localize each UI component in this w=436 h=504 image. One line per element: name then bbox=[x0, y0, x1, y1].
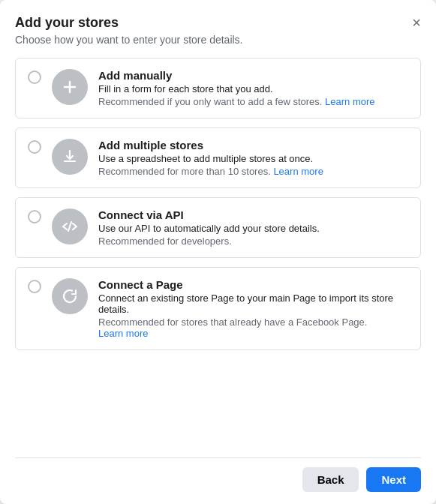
learn-more-multiple[interactable]: Learn more bbox=[273, 166, 323, 177]
option-add-multiple[interactable]: Add multiple stores Use a spreadsheet to… bbox=[15, 128, 421, 188]
option-add-manually[interactable]: Add manually Fill in a form for each sto… bbox=[15, 58, 421, 118]
modal-subtitle: Choose how you want to enter your store … bbox=[15, 34, 421, 46]
radio-col-page bbox=[28, 278, 41, 296]
close-button[interactable]: × bbox=[412, 15, 421, 30]
option-page[interactable]: Connect a Page Connect an existing store… bbox=[15, 267, 421, 350]
option-note-multiple: Recommended for more than 10 stores. Lea… bbox=[98, 166, 408, 177]
option-desc-page: Connect an existing store Page to your m… bbox=[98, 292, 408, 315]
option-icon-api bbox=[52, 208, 88, 244]
radio-api[interactable] bbox=[28, 210, 41, 224]
back-button[interactable]: Back bbox=[302, 467, 359, 492]
radio-page[interactable] bbox=[28, 280, 41, 293]
option-title-page: Connect a Page bbox=[98, 278, 408, 291]
option-content-page: Connect a Page Connect an existing store… bbox=[98, 278, 408, 339]
option-api[interactable]: Connect via API Use our API to automatic… bbox=[15, 197, 421, 258]
option-content-api: Connect via API Use our API to automatic… bbox=[98, 208, 408, 247]
learn-more-manually[interactable]: Learn more bbox=[325, 96, 374, 107]
option-content-multiple: Add multiple stores Use a spreadsheet to… bbox=[98, 139, 408, 177]
radio-manually[interactable] bbox=[28, 70, 41, 84]
modal-title: Add your stores bbox=[15, 15, 119, 31]
option-icon-multiple bbox=[52, 139, 88, 175]
next-button[interactable]: Next bbox=[366, 467, 421, 492]
option-desc-multiple: Use a spreadsheet to add multiple stores… bbox=[98, 153, 408, 164]
option-note-manually: Recommended if you only want to add a fe… bbox=[98, 96, 408, 107]
option-title-multiple: Add multiple stores bbox=[98, 139, 408, 152]
option-desc-manually: Fill in a form for each store that you a… bbox=[98, 83, 408, 94]
option-note-page: Recommended for stores that already have… bbox=[98, 316, 408, 339]
option-icon-page bbox=[52, 278, 88, 314]
radio-col-api bbox=[28, 208, 41, 226]
learn-more-page[interactable]: Learn more bbox=[98, 328, 148, 339]
modal-header: Add your stores × bbox=[15, 15, 421, 31]
options-list: Add manually Fill in a form for each sto… bbox=[15, 58, 421, 442]
radio-col-multiple bbox=[28, 139, 41, 157]
option-note-api: Recommended for developers. bbox=[98, 236, 408, 247]
radio-multiple[interactable] bbox=[28, 140, 41, 154]
add-stores-modal: Add your stores × Choose how you want to… bbox=[0, 0, 436, 504]
option-title-api: Connect via API bbox=[98, 208, 408, 221]
modal-footer: Back Next bbox=[15, 458, 421, 492]
option-title-manually: Add manually bbox=[98, 69, 408, 82]
option-icon-manually bbox=[52, 69, 88, 105]
option-desc-api: Use our API to automatically add your st… bbox=[98, 223, 408, 234]
option-content-manually: Add manually Fill in a form for each sto… bbox=[98, 69, 408, 107]
radio-col bbox=[28, 69, 41, 87]
